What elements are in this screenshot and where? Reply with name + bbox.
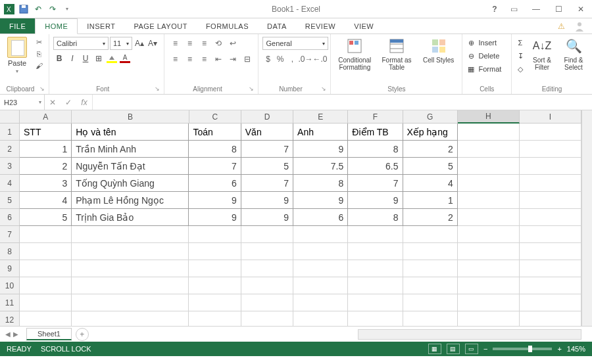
cell[interactable] bbox=[520, 226, 581, 243]
cell[interactable]: 8 bbox=[348, 209, 403, 226]
cell[interactable] bbox=[241, 260, 293, 277]
cell[interactable] bbox=[348, 260, 403, 277]
close-icon[interactable]: ✕ bbox=[570, 1, 592, 17]
cell[interactable] bbox=[520, 311, 581, 326]
cell[interactable]: 9 bbox=[241, 209, 293, 226]
cell[interactable] bbox=[293, 277, 348, 294]
cell[interactable] bbox=[348, 277, 403, 294]
cell[interactable] bbox=[520, 124, 581, 141]
cell[interactable] bbox=[458, 311, 520, 326]
zoom-in-icon[interactable]: + bbox=[557, 345, 561, 353]
cell[interactable]: Toán bbox=[189, 124, 241, 141]
cell[interactable]: 6 bbox=[293, 209, 348, 226]
cell[interactable] bbox=[293, 294, 348, 311]
cell[interactable] bbox=[20, 226, 72, 243]
cancel-formula-icon[interactable]: ✕ bbox=[45, 98, 61, 107]
font-size-combo[interactable]: 11▾ bbox=[110, 37, 132, 50]
cell[interactable] bbox=[520, 158, 581, 175]
cell[interactable] bbox=[189, 260, 241, 277]
sheet-tab-sheet1[interactable]: Sheet1 bbox=[26, 328, 72, 340]
cell[interactable]: 4 bbox=[20, 192, 72, 209]
row-header-2[interactable]: 2 bbox=[0, 141, 20, 158]
cell[interactable] bbox=[520, 277, 581, 294]
cell[interactable] bbox=[458, 260, 520, 277]
clipboard-launcher-icon[interactable]: ↘ bbox=[39, 85, 45, 92]
font-color-button[interactable]: A bbox=[119, 53, 131, 64]
merge-center-icon[interactable]: ⊟ bbox=[241, 53, 254, 66]
row-header-3[interactable]: 3 bbox=[0, 158, 20, 175]
cell[interactable] bbox=[241, 243, 293, 260]
cell[interactable] bbox=[403, 243, 458, 260]
cell[interactable]: 2 bbox=[20, 158, 72, 175]
cell-styles-button[interactable]: Cell Styles bbox=[419, 37, 458, 84]
cell[interactable] bbox=[189, 294, 241, 311]
cell[interactable] bbox=[241, 277, 293, 294]
clear-button[interactable]: ◇ bbox=[516, 63, 525, 75]
cell[interactable]: 9 bbox=[293, 192, 348, 209]
cell[interactable]: 8 bbox=[293, 175, 348, 192]
cells-insert-button[interactable]: ⊕Insert bbox=[466, 37, 507, 49]
decrease-font-icon[interactable]: A▾ bbox=[147, 37, 159, 49]
row-header-7[interactable]: 7 bbox=[0, 226, 20, 243]
select-all-corner[interactable] bbox=[0, 110, 20, 124]
cell[interactable] bbox=[72, 226, 189, 243]
cell[interactable] bbox=[241, 294, 293, 311]
cell[interactable] bbox=[72, 277, 189, 294]
save-icon[interactable] bbox=[18, 4, 29, 14]
cell[interactable]: 9 bbox=[293, 141, 348, 158]
ribbon-display-icon[interactable]: ▭ bbox=[503, 1, 525, 17]
enter-formula-icon[interactable]: ✓ bbox=[61, 98, 76, 107]
cell[interactable] bbox=[293, 311, 348, 326]
formula-input[interactable] bbox=[93, 95, 592, 110]
cell[interactable]: 7.5 bbox=[293, 158, 348, 175]
align-right-icon[interactable]: ≡ bbox=[197, 53, 210, 66]
cell[interactable] bbox=[458, 158, 520, 175]
align-left-icon[interactable]: ≡ bbox=[168, 53, 182, 66]
cell[interactable] bbox=[520, 260, 581, 277]
tab-home[interactable]: HOME bbox=[35, 18, 78, 34]
cell[interactable]: 5 bbox=[20, 209, 72, 226]
cell[interactable]: 2 bbox=[403, 141, 458, 158]
cell[interactable] bbox=[403, 260, 458, 277]
tab-data[interactable]: DATA bbox=[258, 18, 296, 34]
cells-format-button[interactable]: ▦Format bbox=[466, 63, 507, 75]
increase-decimal-icon[interactable]: .0→ bbox=[299, 53, 312, 66]
row-header-5[interactable]: 5 bbox=[0, 192, 20, 209]
cell[interactable] bbox=[520, 243, 581, 260]
cell[interactable] bbox=[293, 226, 348, 243]
minimize-icon[interactable]: — bbox=[525, 1, 547, 17]
cell[interactable]: 7 bbox=[189, 158, 241, 175]
cell[interactable] bbox=[189, 226, 241, 243]
comma-format-icon[interactable]: , bbox=[287, 53, 297, 66]
tab-review[interactable]: REVIEW bbox=[296, 18, 345, 34]
cell[interactable] bbox=[20, 243, 72, 260]
cell[interactable]: 7 bbox=[241, 175, 293, 192]
cell[interactable]: Điểm TB bbox=[348, 124, 403, 141]
cells-grid[interactable]: STTHọ và tênToánVănAnhĐiểm TBXếp hạng1Tr… bbox=[20, 124, 581, 326]
cell[interactable]: Văn bbox=[241, 124, 293, 141]
cell[interactable]: 9 bbox=[189, 192, 241, 209]
cell[interactable] bbox=[20, 260, 72, 277]
cell[interactable] bbox=[458, 277, 520, 294]
page-break-view-icon[interactable]: ▭ bbox=[465, 344, 478, 354]
cell[interactable]: Trịnh Gia Bảo bbox=[72, 209, 189, 226]
cell[interactable]: 5 bbox=[403, 158, 458, 175]
cell[interactable] bbox=[241, 311, 293, 326]
horizontal-scrollbar[interactable] bbox=[358, 329, 581, 340]
cell[interactable]: Nguyễn Tấn Đạt bbox=[72, 158, 189, 175]
col-header-G[interactable]: G bbox=[403, 110, 458, 124]
paste-button[interactable]: Paste ▾ bbox=[4, 37, 30, 84]
tab-view[interactable]: VIEW bbox=[345, 18, 383, 34]
tab-insert[interactable]: INSERT bbox=[78, 18, 124, 34]
undo-icon[interactable]: ↶ bbox=[33, 4, 43, 14]
sheet-nav-next-icon[interactable]: ▶ bbox=[13, 330, 18, 338]
find-select-button[interactable]: 🔍 Find & Select bbox=[559, 37, 588, 84]
cell[interactable] bbox=[458, 209, 520, 226]
cell[interactable]: Họ và tên bbox=[72, 124, 189, 141]
fill-color-button[interactable] bbox=[106, 53, 118, 64]
number-format-combo[interactable]: General▾ bbox=[262, 37, 328, 50]
cell[interactable] bbox=[458, 141, 520, 158]
cell[interactable] bbox=[520, 294, 581, 311]
cell[interactable] bbox=[20, 277, 72, 294]
align-bottom-icon[interactable]: ≡ bbox=[197, 37, 210, 50]
